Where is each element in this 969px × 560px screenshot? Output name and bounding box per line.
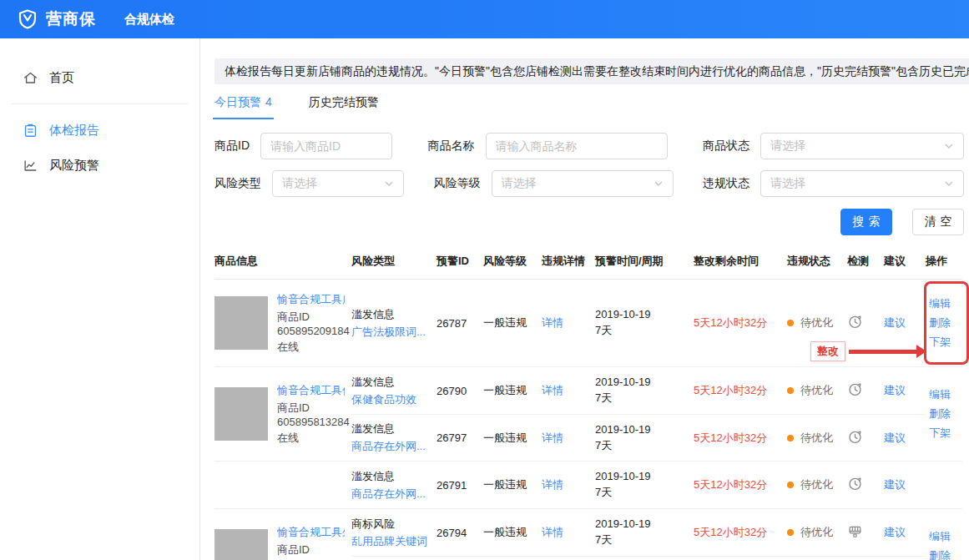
action-cell: 编辑删除下架: [926, 367, 962, 461]
violation-status-cell: 待优化: [787, 462, 847, 508]
detail-link[interactable]: 详情: [542, 477, 563, 492]
tab-history-warning[interactable]: 历史完结预警: [309, 95, 379, 119]
warning-time-cell: 2019-10-197天: [595, 509, 694, 556]
takedown-link[interactable]: 下架: [929, 335, 951, 350]
risk-detail-link[interactable]: 乱用品牌关键词: [351, 534, 427, 549]
status-dot-icon: [787, 387, 794, 394]
warning-id-cell: 26795: [437, 556, 483, 560]
annotation-badge: 整改: [810, 341, 845, 361]
violation-detail-cell: 详情: [542, 367, 595, 414]
column-header-6: 预警时间/周期: [595, 254, 694, 269]
product-cell: [214, 462, 351, 508]
chevron-down-icon: [384, 179, 394, 189]
filter-label: 风险类型: [214, 176, 261, 191]
risk-type-select[interactable]: 请选择: [272, 170, 404, 197]
filter-product-name: 商品名称: [428, 133, 668, 159]
status-text: 待优化: [800, 431, 833, 446]
suggest-cell: 建议: [884, 414, 926, 461]
edit-link[interactable]: 编辑: [929, 296, 951, 311]
warning-period: 7天: [595, 438, 612, 453]
table-row-group: 愉音合规工具外网导购...商品ID 605648492287在线商标风险乱用品牌…: [214, 509, 962, 560]
sidebar-item-home[interactable]: 首页: [0, 60, 199, 95]
sidebar-item-report[interactable]: 体检报告: [0, 113, 199, 148]
action-cell: [926, 462, 962, 508]
suggest-cell: 建议: [884, 367, 926, 414]
warning-time-cell: 2019-10-197天: [595, 414, 694, 461]
sidebar: 首页 体检报告 风险预警: [0, 38, 200, 560]
detail-link[interactable]: 详情: [542, 525, 563, 540]
risk-detail-link[interactable]: 商品存在外网...: [351, 487, 426, 502]
violation-detail-cell: 详情: [542, 462, 595, 508]
column-header-4: 风险等级: [483, 254, 542, 269]
product-cell: 愉音合规工具保健食品...商品ID 605895813284在线: [214, 367, 351, 461]
product-id-input[interactable]: [260, 133, 392, 159]
risk-detail-link[interactable]: 保健食品功效: [351, 392, 416, 407]
sidebar-item-risk[interactable]: 风险预警: [0, 148, 199, 183]
edit-link[interactable]: 编辑: [929, 529, 951, 544]
top-header: 营商保 合规体检: [0, 0, 969, 38]
detail-link[interactable]: 详情: [542, 383, 563, 398]
product-image: [214, 296, 268, 350]
filter-product-id: 商品ID: [214, 133, 392, 159]
search-button[interactable]: 搜索: [840, 209, 892, 235]
suggest-link[interactable]: 建议: [884, 383, 906, 398]
product-info: 愉音合规工具广告法极...商品ID 605895209184在线: [277, 292, 345, 355]
filter-violation-status: 违规状态 请选择: [703, 170, 964, 197]
tab-today-warning[interactable]: 今日预警4: [214, 95, 272, 119]
product-title-link[interactable]: 愉音合规工具广告法极...: [277, 292, 345, 307]
chevron-down-icon: [944, 141, 954, 151]
chevron-down-icon: [944, 179, 954, 189]
status-text: 待优化: [800, 315, 833, 330]
filter-label: 商品ID: [214, 139, 250, 154]
risk-category: 滥发信息: [351, 375, 395, 390]
column-header-5: 违规详情: [542, 254, 595, 269]
clear-button[interactable]: 清空: [912, 209, 964, 235]
edit-link[interactable]: 编辑: [929, 387, 951, 402]
risk-level-cell: 一般违规: [483, 509, 542, 556]
takedown-link[interactable]: 下架: [929, 426, 951, 441]
suggest-link[interactable]: 建议: [884, 525, 906, 540]
risk-detail-link[interactable]: 广告法极限词...: [351, 325, 426, 340]
risk-level-cell: 一般违规: [483, 462, 542, 508]
delete-link[interactable]: 删除: [929, 548, 951, 560]
violation-detail-cell: 详情: [542, 509, 595, 556]
warning-period: 7天: [595, 485, 612, 500]
remaining-time-cell: 5天12小时32分: [694, 280, 787, 366]
product-name-input[interactable]: [486, 133, 668, 159]
detector-icon[interactable]: [847, 523, 863, 542]
annotation-arrow: [849, 350, 917, 354]
product-cell: 愉音合规工具广告法极...商品ID 605895209184在线: [214, 280, 351, 366]
clock-icon[interactable]: [847, 476, 863, 494]
delete-link[interactable]: 删除: [929, 315, 951, 330]
warning-date: 2019-10-19: [595, 376, 651, 388]
risk-level-select[interactable]: 请选择: [492, 170, 674, 197]
warning-date: 2019-10-19: [595, 423, 651, 436]
risk-category: 滥发信息: [351, 307, 395, 322]
clock-icon[interactable]: [847, 314, 863, 332]
suggest-link[interactable]: 建议: [884, 477, 906, 492]
risk-detail-link[interactable]: 商品存在外网...: [351, 439, 426, 454]
warning-date: 2019-10-19: [595, 308, 651, 320]
filter-label: 商品状态: [703, 139, 749, 154]
detect-cell: [847, 367, 884, 414]
warning-id-cell: 26787: [437, 280, 483, 366]
delete-link[interactable]: 删除: [929, 406, 951, 421]
suggest-link[interactable]: 建议: [884, 431, 906, 446]
violation-status-select[interactable]: 请选择: [760, 170, 964, 197]
product-status-select[interactable]: 请选择: [760, 133, 964, 159]
status-dot-icon: [787, 435, 794, 441]
detail-link[interactable]: 详情: [542, 315, 563, 330]
product-title-link[interactable]: 愉音合规工具保健食品...: [277, 383, 345, 398]
filter-buttons: 搜索 清空: [214, 209, 964, 235]
suggest-link[interactable]: 建议: [884, 315, 906, 330]
column-header-11: 操作: [926, 254, 962, 269]
trend-icon: [23, 158, 38, 174]
detail-link[interactable]: 详情: [542, 431, 563, 446]
risk-category: 滥发信息: [351, 469, 395, 484]
product-title-link[interactable]: 愉音合规工具外网导购...: [277, 525, 345, 540]
clock-icon[interactable]: [847, 381, 863, 400]
product-info: 愉音合规工具外网导购...商品ID 605648492287在线: [277, 525, 345, 560]
risk-category: 滥发信息: [351, 421, 395, 436]
clock-icon[interactable]: [847, 429, 863, 447]
warning-period: 7天: [595, 323, 612, 338]
